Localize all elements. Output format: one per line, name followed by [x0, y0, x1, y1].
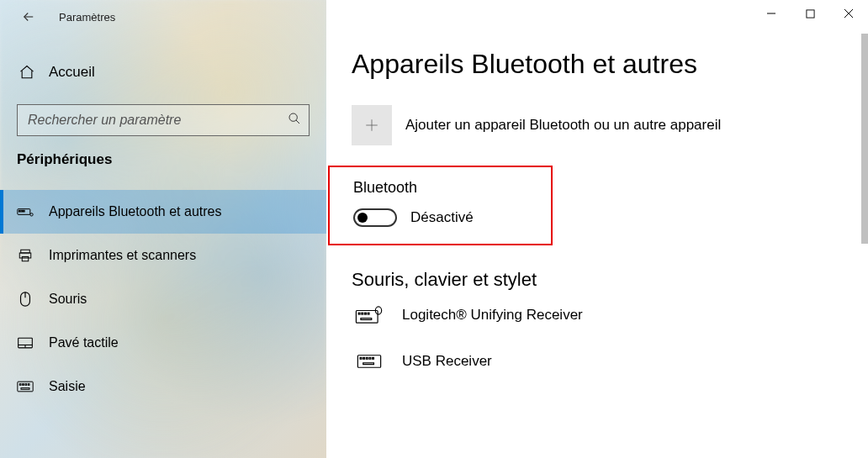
- sidebar: Paramètres Accueil Périphériques Apparei…: [0, 0, 326, 458]
- toggle-knob: [357, 213, 368, 223]
- svg-rect-16: [23, 384, 24, 386]
- bluetooth-highlight: Bluetooth Désactivé: [328, 166, 553, 245]
- add-device-label: Ajouter un appareil Bluetooth ou un autr…: [405, 117, 721, 134]
- svg-rect-29: [365, 313, 367, 314]
- home-icon: [17, 62, 37, 82]
- plus-tile: [352, 105, 392, 145]
- svg-point-0: [289, 113, 297, 121]
- bluetooth-heading: Bluetooth: [353, 179, 527, 197]
- keyboard-mouse-icon: [352, 306, 387, 324]
- svg-rect-18: [28, 384, 29, 386]
- keyboard-icon: [352, 353, 387, 370]
- svg-rect-3: [21, 210, 23, 212]
- device-label: Logitech® Unifying Receiver: [402, 307, 583, 324]
- svg-rect-7: [19, 253, 31, 258]
- bluetooth-toggle-row: Désactivé: [353, 208, 527, 227]
- search-icon: [288, 112, 301, 129]
- svg-rect-2: [19, 210, 21, 212]
- home-label: Accueil: [49, 64, 95, 81]
- bluetooth-state-label: Désactivé: [410, 209, 474, 226]
- minimize-icon: [766, 8, 776, 18]
- sidebar-item-label: Imprimantes et scanners: [49, 248, 196, 263]
- home-link[interactable]: Accueil: [0, 54, 326, 91]
- svg-rect-15: [19, 384, 21, 386]
- sidebar-item-label: Appareils Bluetooth et autres: [49, 204, 221, 219]
- close-button[interactable]: [829, 0, 868, 27]
- svg-rect-27: [358, 313, 360, 314]
- sidebar-item-bluetooth[interactable]: Appareils Bluetooth et autres: [0, 190, 326, 234]
- add-device-button[interactable]: Ajouter un appareil Bluetooth ou un autr…: [352, 105, 868, 145]
- arrow-left-icon: [21, 9, 36, 24]
- svg-rect-28: [362, 313, 363, 314]
- scrollbar[interactable]: [861, 34, 868, 244]
- sidebar-item-label: Souris: [49, 292, 87, 307]
- devices-icon: [17, 202, 34, 222]
- sidebar-item-label: Saisie: [49, 379, 86, 394]
- back-button[interactable]: [15, 3, 42, 30]
- mouse-section-heading: Souris, clavier et stylet: [352, 269, 868, 291]
- svg-rect-17: [25, 384, 27, 386]
- svg-rect-34: [360, 357, 362, 359]
- svg-rect-38: [373, 357, 374, 359]
- search-input[interactable]: [17, 104, 310, 136]
- sidebar-section-title: Périphériques: [17, 151, 326, 168]
- keyboard-icon: [17, 376, 34, 397]
- device-item[interactable]: USB Receiver: [352, 353, 868, 370]
- search-field-wrap: [17, 104, 310, 136]
- page-title: Appareils Bluetooth et autres: [352, 49, 868, 80]
- plus-icon: [364, 118, 379, 133]
- svg-rect-8: [22, 257, 29, 261]
- svg-rect-30: [368, 313, 369, 314]
- svg-rect-21: [806, 9, 813, 17]
- svg-rect-19: [21, 388, 29, 390]
- touchpad-icon: [17, 333, 34, 353]
- minimize-button[interactable]: [752, 0, 791, 27]
- sidebar-item-mouse[interactable]: Souris: [0, 277, 326, 321]
- sidebar-item-touchpad[interactable]: Pavé tactile: [0, 321, 326, 365]
- header-row: Paramètres: [0, 0, 326, 34]
- window-controls: [752, 0, 868, 27]
- sidebar-item-printers[interactable]: Imprimantes et scanners: [0, 234, 326, 277]
- app-title: Paramètres: [59, 11, 115, 24]
- maximize-button[interactable]: [791, 0, 829, 27]
- svg-rect-14: [18, 382, 33, 392]
- svg-rect-4: [24, 210, 25, 212]
- svg-rect-6: [21, 250, 30, 253]
- svg-rect-31: [361, 318, 372, 320]
- bluetooth-toggle[interactable]: [353, 208, 397, 227]
- printer-icon: [17, 245, 34, 266]
- sidebar-item-label: Pavé tactile: [49, 335, 119, 350]
- maximize-icon: [806, 9, 815, 18]
- main-content: Appareils Bluetooth et autres Ajouter un…: [326, 0, 868, 458]
- close-icon: [844, 8, 854, 18]
- svg-point-5: [30, 213, 33, 216]
- device-label: USB Receiver: [402, 353, 492, 370]
- svg-rect-37: [369, 357, 371, 359]
- svg-rect-36: [366, 357, 368, 359]
- svg-rect-39: [363, 363, 374, 365]
- svg-rect-35: [363, 357, 365, 359]
- mouse-icon: [17, 289, 34, 309]
- device-item[interactable]: Logitech® Unifying Receiver: [352, 306, 868, 324]
- sidebar-item-typing[interactable]: Saisie: [0, 365, 326, 408]
